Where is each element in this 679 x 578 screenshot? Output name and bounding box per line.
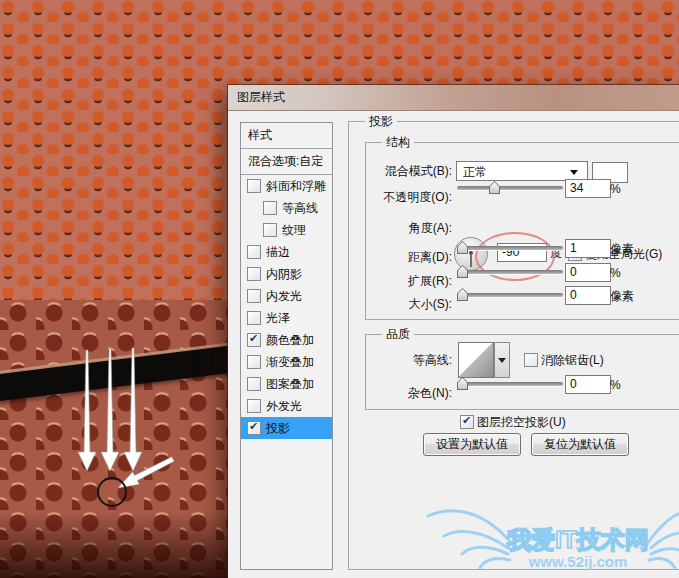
style-item-checkbox[interactable] xyxy=(247,267,261,281)
slider-track[interactable] xyxy=(457,246,563,250)
distance-slider[interactable] xyxy=(457,241,563,255)
contour-thumbnail[interactable] xyxy=(458,342,494,378)
slider-thumb[interactable] xyxy=(457,377,468,390)
style-item-label: 纹理 xyxy=(282,222,306,239)
noise-unit: % xyxy=(610,376,621,395)
spread-unit: % xyxy=(610,264,621,283)
distance-unit: 像素 xyxy=(610,240,634,259)
contour-dropdown-button[interactable] xyxy=(494,342,510,378)
antialias-checkbox[interactable] xyxy=(524,353,538,367)
dialog-body: 样式 混合选项:自定 斜面和浮雕等高线纹理描边内阴影内发光光泽颜色叠加渐变叠加图… xyxy=(228,111,679,578)
style-list-item-3[interactable]: 描边 xyxy=(241,241,332,263)
size-unit: 像素 xyxy=(610,287,634,306)
style-list-header[interactable]: 样式 xyxy=(241,123,332,149)
blend-mode-label: 混合模式(B): xyxy=(358,162,452,181)
sidebar-item-blending-options[interactable]: 混合选项:自定 xyxy=(241,149,332,175)
style-item-label: 内发光 xyxy=(266,288,302,305)
size-slider[interactable] xyxy=(457,288,563,302)
style-item-label: 等高线 xyxy=(282,200,318,217)
style-item-checkbox[interactable] xyxy=(247,421,261,435)
distance-label: 距离(D): xyxy=(358,248,452,267)
style-item-label: 图案叠加 xyxy=(266,376,314,393)
size-input[interactable]: 0 xyxy=(565,286,611,305)
style-item-label: 投影 xyxy=(266,420,290,437)
spread-slider[interactable] xyxy=(457,265,563,279)
style-list-items: 斜面和浮雕等高线纹理描边内阴影内发光光泽颜色叠加渐变叠加图案叠加外发光投影 xyxy=(241,175,332,439)
slider-thumb[interactable] xyxy=(457,288,468,301)
dialog-title: 图层样式 xyxy=(237,85,285,110)
spread-input[interactable]: 0 xyxy=(565,263,611,282)
screenshot-stage: 图层样式 样式 混合选项:自定 斜面和浮雕等高线纹理描边内阴影内发光光泽颜色叠加… xyxy=(0,0,679,578)
contour-label: 等高线: xyxy=(358,351,452,370)
distance-input[interactable]: 1 xyxy=(565,239,611,258)
angle-label: 角度(A): xyxy=(358,219,452,238)
style-item-checkbox[interactable] xyxy=(247,399,261,413)
opacity-slider[interactable] xyxy=(457,181,563,195)
annotation-circle xyxy=(98,478,126,506)
style-list-item-7[interactable]: 颜色叠加 xyxy=(241,329,332,351)
opacity-unit: % xyxy=(610,180,621,199)
noise-label: 杂色(N): xyxy=(358,384,452,403)
style-item-label: 光泽 xyxy=(266,310,290,327)
style-item-label: 描边 xyxy=(266,244,290,261)
down-arrow-icon xyxy=(78,350,96,471)
antialias-label: 消除锯齿(L) xyxy=(541,351,604,370)
style-list-item-4[interactable]: 内阴影 xyxy=(241,263,332,285)
quality-group-legend: 品质 xyxy=(382,326,414,342)
size-label: 大小(S): xyxy=(358,295,452,314)
chevron-down-icon xyxy=(570,170,578,175)
style-item-checkbox[interactable] xyxy=(247,289,261,303)
blend-mode-value: 正常 xyxy=(463,165,487,179)
style-item-checkbox[interactable] xyxy=(247,377,261,391)
style-item-label: 颜色叠加 xyxy=(266,332,314,349)
style-item-checkbox[interactable] xyxy=(247,333,261,347)
down-arrow-icon xyxy=(101,349,119,471)
style-item-label: 渐变叠加 xyxy=(266,354,314,371)
style-item-checkbox[interactable] xyxy=(247,355,261,369)
slider-track[interactable] xyxy=(457,270,563,274)
style-list-item-10[interactable]: 外发光 xyxy=(241,395,332,417)
slider-thumb[interactable] xyxy=(457,241,468,254)
slider-track[interactable] xyxy=(457,186,563,190)
style-item-checkbox[interactable] xyxy=(247,179,261,193)
structure-group-legend: 结构 xyxy=(382,134,414,150)
spread-label: 扩展(R): xyxy=(358,272,452,291)
layer-knockout-label: 图层挖空投影(U) xyxy=(477,413,566,432)
style-item-label: 斜面和浮雕 xyxy=(266,178,326,195)
blend-mode-dropdown[interactable]: 正常 xyxy=(456,161,588,181)
set-default-button[interactable]: 设置为默认值 xyxy=(423,433,521,456)
style-list-item-0[interactable]: 斜面和浮雕 xyxy=(241,175,332,197)
style-list-item-9[interactable]: 图案叠加 xyxy=(241,373,332,395)
opacity-input[interactable]: 34 xyxy=(565,179,611,198)
diagonal-arrow-icon xyxy=(118,457,174,488)
style-list-item-5[interactable]: 内发光 xyxy=(241,285,332,307)
slider-thumb[interactable] xyxy=(489,181,500,194)
down-arrow-icon xyxy=(124,348,142,471)
drop-shadow-group-legend: 投影 xyxy=(365,113,397,129)
opacity-label: 不透明度(O): xyxy=(358,188,452,207)
style-list-item-6[interactable]: 光泽 xyxy=(241,307,332,329)
style-item-checkbox[interactable] xyxy=(263,223,277,237)
style-list-item-2[interactable]: 纹理 xyxy=(241,219,332,241)
style-list-item-8[interactable]: 渐变叠加 xyxy=(241,351,332,373)
noise-slider[interactable] xyxy=(457,377,563,391)
layer-knockout-checkbox[interactable] xyxy=(460,415,474,429)
reset-default-button[interactable]: 复位为默认值 xyxy=(531,433,629,456)
layer-style-dialog: 图层样式 样式 混合选项:自定 斜面和浮雕等高线纹理描边内阴影内发光光泽颜色叠加… xyxy=(228,85,679,578)
style-list-item-11[interactable]: 投影 xyxy=(241,417,332,439)
style-item-checkbox[interactable] xyxy=(247,311,261,325)
style-item-checkbox[interactable] xyxy=(263,201,277,215)
noise-input[interactable]: 0 xyxy=(565,375,611,394)
slider-track[interactable] xyxy=(457,293,563,297)
dialog-titlebar[interactable]: 图层样式 xyxy=(228,85,679,111)
style-list: 样式 混合选项:自定 斜面和浮雕等高线纹理描边内阴影内发光光泽颜色叠加渐变叠加图… xyxy=(240,122,333,570)
style-item-label: 内阴影 xyxy=(266,266,302,283)
style-item-label: 外发光 xyxy=(266,398,302,415)
slider-thumb[interactable] xyxy=(457,265,468,278)
slider-track[interactable] xyxy=(457,382,563,386)
style-item-checkbox[interactable] xyxy=(247,245,261,259)
style-list-item-1[interactable]: 等高线 xyxy=(241,197,332,219)
